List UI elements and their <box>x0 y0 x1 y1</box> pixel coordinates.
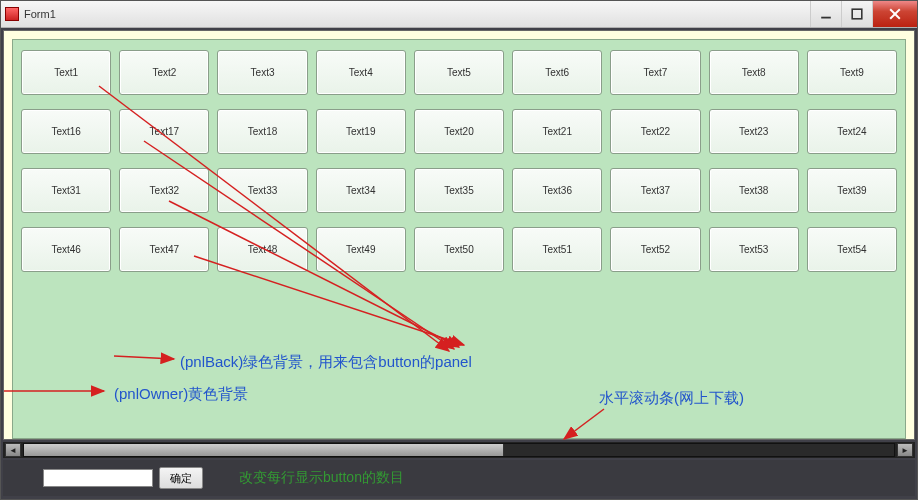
maximize-button[interactable] <box>841 1 872 27</box>
horizontal-scrollbar[interactable]: ◄ ► <box>3 442 915 458</box>
window-title: Form1 <box>24 8 56 20</box>
client-area: Text1Text2Text3Text4Text5Text6Text7Text8… <box>1 28 917 499</box>
grid-button[interactable]: Text34 <box>316 168 406 213</box>
grid-button[interactable]: Text32 <box>119 168 209 213</box>
grid-button[interactable]: Text50 <box>414 227 504 272</box>
grid-button[interactable]: Text54 <box>807 227 897 272</box>
scroll-track[interactable] <box>23 443 895 457</box>
grid-button[interactable]: Text4 <box>316 50 406 95</box>
grid-button[interactable]: Text8 <box>709 50 799 95</box>
submit-button[interactable]: 确定 <box>159 467 203 489</box>
grid-button[interactable]: Text49 <box>316 227 406 272</box>
grid-button[interactable]: Text5 <box>414 50 504 95</box>
grid-button[interactable]: Text33 <box>217 168 307 213</box>
grid-button[interactable]: Text18 <box>217 109 307 154</box>
annotation-bottom: 改变每行显示button的数目 <box>239 469 404 487</box>
grid-button[interactable]: Text3 <box>217 50 307 95</box>
grid-button[interactable]: Text6 <box>512 50 602 95</box>
row-count-input[interactable] <box>43 469 153 487</box>
app-icon <box>5 7 19 21</box>
grid-button[interactable]: Text53 <box>709 227 799 272</box>
grid-button[interactable]: Text38 <box>709 168 799 213</box>
grid-button[interactable]: Text24 <box>807 109 897 154</box>
grid-button[interactable]: Text39 <box>807 168 897 213</box>
grid-button[interactable]: Text46 <box>21 227 111 272</box>
grid-button[interactable]: Text7 <box>610 50 700 95</box>
grid-button[interactable]: Text16 <box>21 109 111 154</box>
grid-button[interactable]: Text1 <box>21 50 111 95</box>
svg-rect-1 <box>852 9 862 19</box>
close-button[interactable] <box>872 1 917 27</box>
scroll-left-button[interactable]: ◄ <box>5 443 21 457</box>
grid-button[interactable]: Text21 <box>512 109 602 154</box>
grid-button[interactable]: Text37 <box>610 168 700 213</box>
grid-button[interactable]: Text47 <box>119 227 209 272</box>
grid-button[interactable]: Text51 <box>512 227 602 272</box>
grid-button[interactable]: Text20 <box>414 109 504 154</box>
grid-button[interactable]: Text52 <box>610 227 700 272</box>
grid-button[interactable]: Text35 <box>414 168 504 213</box>
pnl-back: Text1Text2Text3Text4Text5Text6Text7Text8… <box>12 39 906 439</box>
bottom-bar: 确定 改变每行显示button的数目 <box>3 460 915 496</box>
minimize-button[interactable] <box>810 1 841 27</box>
titlebar: Form1 <box>1 1 917 28</box>
pnl-owner: Text1Text2Text3Text4Text5Text6Text7Text8… <box>3 30 915 440</box>
grid-button[interactable]: Text36 <box>512 168 602 213</box>
grid-button[interactable]: Text22 <box>610 109 700 154</box>
grid-button[interactable]: Text19 <box>316 109 406 154</box>
grid-button[interactable]: Text9 <box>807 50 897 95</box>
grid-button[interactable]: Text31 <box>21 168 111 213</box>
grid-button[interactable]: Text17 <box>119 109 209 154</box>
scroll-right-button[interactable]: ► <box>897 443 913 457</box>
scroll-thumb[interactable] <box>24 444 504 456</box>
window-controls <box>810 1 917 27</box>
grid-button[interactable]: Text48 <box>217 227 307 272</box>
window: Form1 Text1Text2Text3Text4Text5Text6Text… <box>0 0 918 500</box>
grid-button[interactable]: Text23 <box>709 109 799 154</box>
grid-button[interactable]: Text2 <box>119 50 209 95</box>
